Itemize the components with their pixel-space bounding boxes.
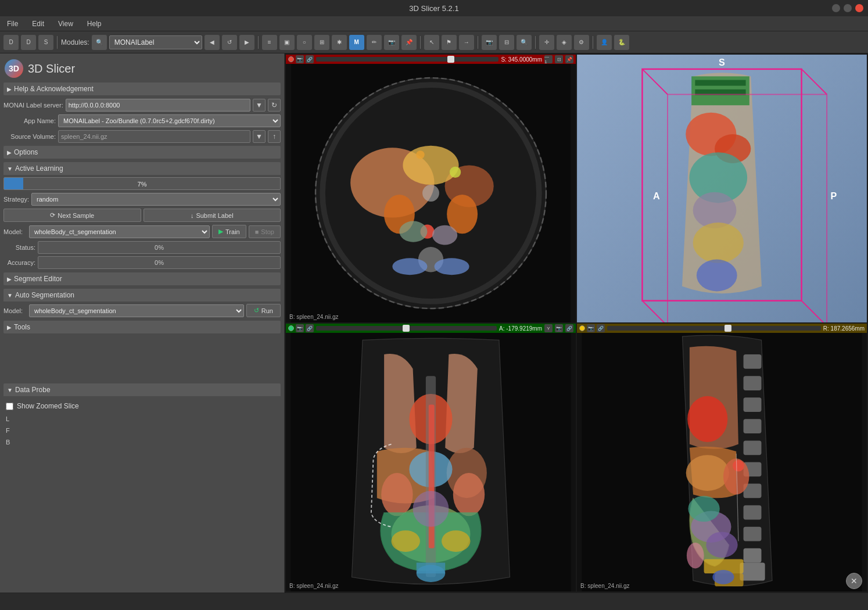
toolbar-cube-icon[interactable]: ▣ xyxy=(279,35,295,50)
coronal-link-icon[interactable]: 🔗 xyxy=(306,324,314,332)
close-icon: ✕ xyxy=(851,576,858,586)
toolbar-view3d-icon[interactable]: ◈ xyxy=(557,35,572,50)
menu-help[interactable]: Help xyxy=(85,19,104,29)
sample-buttons-row: ⟳ Next Sample ↓ Submit Label xyxy=(3,209,281,222)
toolbar-sep-5 xyxy=(535,36,536,49)
sagittal-canvas: B: spleen_24.nii.gz xyxy=(577,333,867,591)
coronal-cam-icon[interactable]: 📷 xyxy=(555,324,563,332)
toolbar-grid-icon[interactable]: ⊞ xyxy=(314,35,329,50)
toolbar-save-icon[interactable]: S xyxy=(38,35,53,50)
toolbar-zoom-icon[interactable]: 🔍 xyxy=(517,35,532,50)
menu-edit[interactable]: Edit xyxy=(30,19,46,29)
run-label: Run xyxy=(261,307,273,314)
toolbar-list-icon[interactable]: ≡ xyxy=(262,35,277,50)
svg-text:A: A xyxy=(653,191,660,201)
run-icon: ↺ xyxy=(254,307,259,314)
slicer-header: 3D 3D Slicer xyxy=(3,57,281,82)
module-reload-icon[interactable]: ↺ xyxy=(222,35,237,50)
axial-link-icon[interactable]: 🔗 xyxy=(306,55,314,63)
sagittal-pin-icon xyxy=(579,325,585,331)
toolbar-data-icon[interactable]: D xyxy=(3,35,19,50)
viewport-sagittal[interactable]: 📷 🔗 R: 187.2656mm xyxy=(577,324,867,591)
axial-vis-icon[interactable]: 📷 xyxy=(296,55,304,63)
monai-server-refresh[interactable]: ↻ xyxy=(268,99,281,112)
tools-section-header[interactable]: ▶ Tools xyxy=(3,321,281,333)
module-search-icon[interactable]: 🔍 xyxy=(92,35,107,50)
submit-label-text: Submit Label xyxy=(196,212,233,219)
module-back-icon[interactable]: ◀ xyxy=(205,35,220,50)
menu-view[interactable]: View xyxy=(56,19,76,29)
axial-fullscreen-icon[interactable]: ⊡ xyxy=(555,55,563,63)
toolbar-sphere-icon[interactable]: ○ xyxy=(297,35,312,50)
options-section-header[interactable]: ▶ Options xyxy=(3,146,281,159)
close-viewport-button[interactable]: ✕ xyxy=(846,573,862,589)
toolbar-cursor-icon[interactable]: ↖ xyxy=(424,35,439,50)
toolbar-layout-icon[interactable]: ⊟ xyxy=(499,35,514,50)
coronal-slider[interactable] xyxy=(316,326,497,331)
close-button[interactable] xyxy=(855,4,863,12)
monai-server-input[interactable] xyxy=(66,99,250,112)
stop-button[interactable]: ■ Stop xyxy=(249,225,281,238)
toolbar-pencil-icon[interactable]: ✏ xyxy=(367,35,382,50)
axial-slider[interactable] xyxy=(316,57,498,62)
axial-zoom-icon[interactable]: — 1 xyxy=(544,55,553,63)
maximize-button[interactable] xyxy=(844,4,852,12)
toolbar-m-icon[interactable]: M xyxy=(349,35,364,50)
window-title: 3D Slicer 5.2.1 xyxy=(409,4,458,13)
toolbar-arrow-icon[interactable]: → xyxy=(459,35,474,50)
toolbar-flag-icon[interactable]: ⚑ xyxy=(442,35,457,50)
toolbar-dcm-icon[interactable]: D xyxy=(21,35,36,50)
toolbar-camera-icon[interactable]: 📷 xyxy=(482,35,497,50)
svg-point-10 xyxy=(432,225,457,245)
next-sample-button[interactable]: ⟳ Next Sample xyxy=(3,209,141,222)
source-volume-dropdown[interactable]: ▼ xyxy=(253,130,266,143)
auto-seg-header[interactable]: ▼ Auto Segmentation xyxy=(3,289,281,302)
sagittal-slider[interactable] xyxy=(607,326,821,331)
coronal-svg xyxy=(286,333,576,591)
source-volume-input[interactable] xyxy=(58,130,250,143)
module-select[interactable]: MONAILabel xyxy=(109,35,202,49)
train-button[interactable]: ▶ Train xyxy=(212,225,246,238)
toolbar-person-icon[interactable]: 👤 xyxy=(597,35,612,50)
data-probe-label: Data Probe xyxy=(15,386,51,394)
coronal-canvas: B: spleen_24.nii.gz xyxy=(286,333,576,591)
strategy-select[interactable]: random xyxy=(31,193,281,206)
svg-rect-61 xyxy=(744,548,762,563)
menu-file[interactable]: File xyxy=(5,19,20,29)
svg-rect-49 xyxy=(417,563,445,574)
axial-pin2-icon[interactable]: 📌 xyxy=(565,55,573,63)
minimize-button[interactable] xyxy=(832,4,840,12)
toolbar-settings-icon[interactable]: ⚙ xyxy=(574,35,589,50)
sagittal-vis-icon[interactable]: 📷 xyxy=(587,324,595,332)
help-section-header[interactable]: ▶ Help & Acknowledgement xyxy=(3,82,281,95)
viewport-coronal[interactable]: 📷 🔗 A: -179.9219mm Y 📷 🔗 xyxy=(286,324,576,591)
toolbar-python-icon[interactable]: 🐍 xyxy=(614,35,629,50)
stop-label: Stop xyxy=(261,228,274,235)
toolbar-snap-icon[interactable]: 📷 xyxy=(384,35,399,50)
show-zoomed-checkbox[interactable] xyxy=(6,403,13,410)
main-area: 3D 3D Slicer ▶ Help & Acknowledgement MO… xyxy=(0,53,868,593)
active-learning-arrow-icon: ▼ xyxy=(7,166,13,172)
help-arrow-icon: ▶ xyxy=(7,86,12,92)
toolbar-star-icon[interactable]: ✱ xyxy=(332,35,347,50)
module-forward-icon[interactable]: ▶ xyxy=(239,35,254,50)
coronal-link2-icon[interactable]: 🔗 xyxy=(565,324,573,332)
viewport-axial[interactable]: 📷 🔗 S: 345.0000mm — 1 ⊡ 📌 xyxy=(286,55,576,322)
active-learning-header[interactable]: ▼ Active Learning xyxy=(3,162,281,175)
axial-bottom-label: B: spleen_24.nii.gz xyxy=(289,314,339,320)
submit-label-button[interactable]: ↓ Submit Label xyxy=(144,209,281,222)
segment-editor-header[interactable]: ▶ Segment Editor xyxy=(3,272,281,285)
source-volume-upload[interactable]: ↑ xyxy=(268,130,281,143)
data-probe-header[interactable]: ▼ Data Probe xyxy=(3,383,281,396)
toolbar-crosshair-icon[interactable]: ✛ xyxy=(539,35,554,50)
auto-seg-model-select[interactable]: wholeBody_ct_segmentation xyxy=(29,304,244,317)
run-button[interactable]: ↺ Run xyxy=(246,304,281,317)
sagittal-link-icon[interactable]: 🔗 xyxy=(597,324,605,332)
app-name-select[interactable]: MONAILabel - Zoo/Bundle (0.7.0rc5+2.gdcf… xyxy=(58,114,281,127)
viewport-3d[interactable]: S A P xyxy=(577,55,867,322)
model-select[interactable]: wholeBody_ct_segmentation xyxy=(29,225,210,238)
model-row: Model: wholeBody_ct_segmentation ▶ Train… xyxy=(3,225,281,238)
toolbar-pin-icon[interactable]: 📌 xyxy=(401,35,417,50)
monai-server-dropdown[interactable]: ▼ xyxy=(253,99,266,112)
coronal-vis-icon[interactable]: 📷 xyxy=(296,324,304,332)
